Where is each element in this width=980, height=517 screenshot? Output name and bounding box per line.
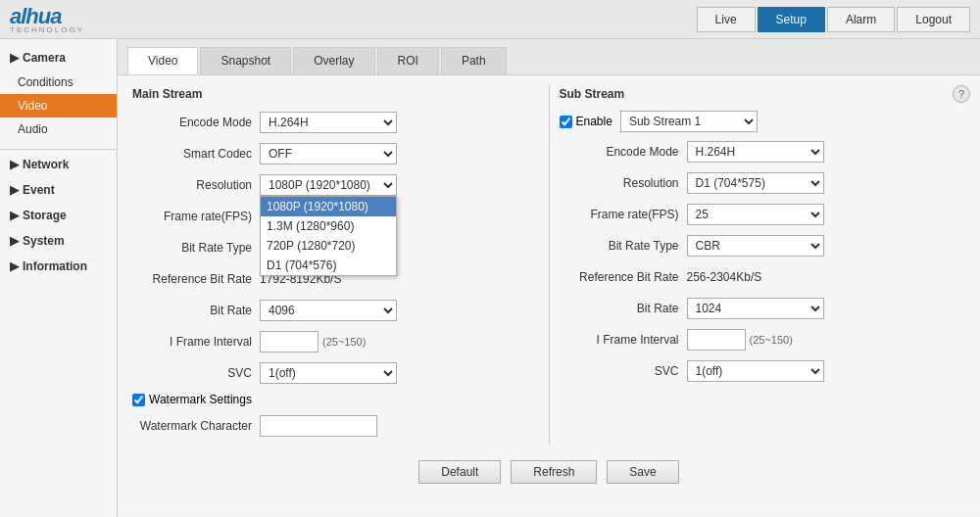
sub-bit-rate-type-select[interactable]: CBR [687,235,824,257]
sub-ref-bit-rate-value: 256-2304Kb/S [687,270,966,284]
ref-bit-rate-label: Reference Bit Rate [132,272,260,286]
help-icon[interactable]: ? [953,85,970,103]
nav-logout[interactable]: Logout [897,7,970,32]
sub-bit-rate-type-control: CBR [687,235,966,257]
sidebar-information[interactable]: ▶Information [0,254,117,279]
svc-label: SVC [132,366,260,380]
sub-svc-control: 1(off) [687,360,966,382]
save-button[interactable]: Save [607,460,678,484]
resolution-option-720p[interactable]: 720P (1280*720) [261,236,396,256]
watermark-char-input[interactable]: DigitalCCTV [260,415,377,437]
watermark-label[interactable]: Watermark Settings [149,393,252,406]
bit-rate-type-label: Bit Rate Type [132,241,260,255]
sidebar-network[interactable]: ▶Network [0,152,117,177]
iframe-range: (25~150) [322,336,366,348]
sub-iframe-row: I Frame Interval 50 (25~150) [560,328,966,352]
nav-live[interactable]: Live [697,7,756,32]
tab-roi[interactable]: ROI [377,47,439,74]
tab-content: ? Main Stream Encode Mode H.264H [118,75,980,516]
sub-encode-mode-control: H.264H [687,141,966,163]
sidebar-system[interactable]: ▶System [0,228,117,254]
refresh-button[interactable]: Refresh [511,460,597,484]
sub-ref-bit-rate-label: Reference Bit Rate [560,270,687,284]
sub-framerate-select[interactable]: 25 [687,204,824,225]
resolution-row: Resolution 1080P (1920*1080) 1080P (1920… [132,173,539,197]
sidebar-event[interactable]: ▶Event [0,177,117,203]
sub-bit-rate-label: Bit Rate [560,302,687,315]
encode-mode-control: H.264H [260,112,539,133]
nav-setup[interactable]: Setup [758,7,825,32]
sidebar-storage[interactable]: ▶Storage [0,203,117,228]
tab-bar: Video Snapshot Overlay ROI Path [118,39,980,75]
sidebar-item-video[interactable]: Video [0,94,117,118]
svc-select[interactable]: 1(off) [260,362,397,384]
main-layout: ▶Camera Conditions Video Audio ▶Network … [0,39,980,517]
svc-control: 1(off) [260,362,539,384]
framerate-label: Frame rate(FPS) [132,210,260,223]
sub-encode-mode-label: Encode Mode [560,145,687,159]
resolution-select[interactable]: 1080P (1920*1080) [260,174,397,196]
resolution-option-1080p[interactable]: 1080P (1920*1080) [261,197,396,216]
sub-resolution-row: Resolution D1 (704*575) [560,171,966,195]
sub-iframe-label: I Frame Interval [560,333,687,347]
resolution-dropdown-open: 1080P (1920*1080) 1.3M (1280*960) 720P (… [260,196,397,276]
sub-encode-mode-row: Encode Mode H.264H [560,140,966,164]
tab-path[interactable]: Path [441,47,507,74]
sub-bit-rate-select[interactable]: 1024 [687,298,824,319]
resolution-option-d1[interactable]: D1 (704*576) [261,256,396,275]
sub-resolution-label: Resolution [560,176,687,190]
resolution-control: 1080P (1920*1080) 1080P (1920*1080) 1.3M… [260,174,539,196]
sub-ref-bit-rate-static: 256-2304Kb/S [687,270,762,284]
sidebar-item-conditions[interactable]: Conditions [0,70,117,94]
iframe-input[interactable]: 50 [260,331,318,352]
watermark-checkbox[interactable] [132,394,145,406]
sidebar-camera[interactable]: ▶Camera [0,45,117,70]
bit-rate-control: 4096 [260,300,539,321]
watermark-char-control: DigitalCCTV [260,415,539,437]
content-area: Video Snapshot Overlay ROI Path ? Main S… [118,39,980,517]
smart-codec-row: Smart Codec OFF [132,142,539,165]
sub-enable-label[interactable]: Enable [576,115,612,128]
sub-resolution-select[interactable]: D1 (704*575) [687,172,824,194]
bit-rate-select[interactable]: 4096 [260,300,397,321]
sub-iframe-control: 50 (25~150) [687,329,966,351]
tab-overlay[interactable]: Overlay [293,47,374,74]
sub-iframe-range: (25~150) [750,334,793,346]
resolution-option-13m[interactable]: 1.3M (1280*960) [261,216,396,236]
sub-framerate-control: 25 [687,204,966,225]
iframe-row: I Frame Interval 50 (25~150) [132,330,539,353]
sub-ref-bit-rate-row: Reference Bit Rate 256-2304Kb/S [560,265,966,289]
main-stream-label: Main Stream [132,85,539,103]
sub-stream-label: Sub Stream [560,85,966,103]
logo-sub: TECHNOLOGY [10,25,84,34]
resolution-dropdown-container: 1080P (1920*1080) 1080P (1920*1080) 1.3M… [260,174,397,196]
sub-stream-col: Sub Stream Enable Sub Stream 1 Encode Mo… [560,85,966,446]
sub-enable-checkbox[interactable] [560,116,572,128]
top-bar: alhua TECHNOLOGY Live Setup Alarm Logout [0,0,980,39]
sub-iframe-input[interactable]: 50 [687,329,746,351]
default-button[interactable]: Default [418,460,501,484]
logo: alhua TECHNOLOGY [10,4,84,34]
sub-svc-label: SVC [560,364,687,378]
stream-separator [549,85,550,446]
resolution-label: Resolution [132,178,260,192]
smart-codec-select[interactable]: OFF [260,143,397,164]
sub-enable-row: Enable Sub Stream 1 [560,111,966,132]
tab-snapshot[interactable]: Snapshot [200,47,291,74]
sub-svc-select[interactable]: 1(off) [687,360,824,382]
sub-bit-rate-type-row: Bit Rate Type CBR [560,234,966,258]
watermark-char-label: Watermark Character [132,419,260,433]
sub-encode-mode-select[interactable]: H.264H [687,141,824,163]
sub-resolution-control: D1 (704*575) [687,172,966,194]
watermark-char-row: Watermark Character DigitalCCTV [132,414,539,438]
sidebar-item-audio[interactable]: Audio [0,118,117,141]
tab-video[interactable]: Video [127,47,198,74]
smart-codec-control: OFF [260,143,539,164]
encode-mode-label: Encode Mode [132,116,260,129]
encode-mode-select[interactable]: H.264H [260,112,397,133]
nav-alarm[interactable]: Alarm [827,7,895,32]
bit-rate-row: Bit Rate 4096 [132,299,539,322]
iframe-control: 50 (25~150) [260,331,539,352]
sub-stream-select[interactable]: Sub Stream 1 [620,111,758,132]
sidebar: ▶Camera Conditions Video Audio ▶Network … [0,39,118,517]
